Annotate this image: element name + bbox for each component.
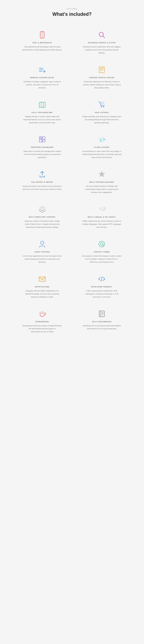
feature-item-claim-listings: CLAIM LISTINGS Let businesses or users c… bbox=[72, 130, 132, 164]
feature-name-claim-listings: CLAIM LISTINGS bbox=[94, 146, 110, 148]
editor-icon bbox=[97, 65, 106, 74]
feature-item-multi-lingual: Aあ MULTI-LINGUAL & RTL READY WPML suppor… bbox=[72, 199, 132, 234]
feature-item-advanced-search: ADVANCED SEARCH & FILTER Enhanced search… bbox=[72, 25, 132, 60]
feature-item-notifications: NOTIFICATIONS Integrates with the Better… bbox=[12, 269, 72, 304]
feature-name-paid-listings: PAID LISTINGS bbox=[95, 112, 109, 113]
book-icon bbox=[97, 309, 106, 318]
feature-name-advanced-search: ADVANCED SEARCH & FILTER bbox=[88, 42, 116, 44]
feature-item-experienced: EXPERIENCED Development led by the autho… bbox=[12, 304, 72, 339]
svg-rect-40 bbox=[99, 311, 104, 317]
feature-desc-guest-posting: Let not only registered users but also g… bbox=[22, 254, 62, 264]
feature-name-csv-export-import: CSV EXPORT & IMPORT bbox=[31, 181, 53, 183]
svg-text:Aあ: Aあ bbox=[99, 206, 106, 211]
svg-point-19 bbox=[103, 106, 104, 107]
feature-desc-fully-documented: Directories Pro is well documneted with … bbox=[82, 324, 122, 330]
user-icon bbox=[38, 240, 47, 249]
at-icon bbox=[97, 240, 106, 249]
map-icon bbox=[38, 100, 47, 109]
upload-icon bbox=[38, 170, 47, 179]
feature-name-fully-featured-map: FULLY FEATURED MAP bbox=[32, 112, 53, 113]
feature-desc-multi-criteria-reviews: Let users submit reviews for listings wi… bbox=[82, 185, 122, 194]
graduation-icon bbox=[38, 309, 47, 318]
svg-line-5 bbox=[103, 36, 105, 38]
svg-rect-32 bbox=[39, 277, 45, 281]
svg-point-18 bbox=[101, 106, 102, 107]
phone-icon bbox=[38, 30, 47, 40]
feature-desc-contact-forms: Use popular contact form plugins to add … bbox=[82, 254, 122, 264]
feature-name-contact-forms: CONTACT FORMS bbox=[94, 251, 110, 253]
svg-rect-1 bbox=[41, 32, 43, 36]
feature-item-fast-responsive: FAST & RESPONSIVE Fully optimized and le… bbox=[12, 25, 72, 60]
feature-desc-advanced-search: Enhanced search experience with auto-sug… bbox=[82, 45, 122, 54]
feature-desc-multi-directory-support: Build any number of directories with a s… bbox=[22, 220, 62, 229]
feature-desc-fast-responsive: Fully optimized and leveraging cache for… bbox=[22, 45, 62, 52]
svg-rect-22 bbox=[42, 137, 45, 139]
feature-name-guest-posting: GUEST POSTING bbox=[34, 251, 50, 253]
page-wrapper: FEATURES What's included? FAST & RESPONS… bbox=[0, 0, 144, 349]
feature-name-fast-responsive: FAST & RESPONSIVE bbox=[32, 42, 52, 44]
feature-name-experienced: EXPERIENCED bbox=[36, 321, 49, 322]
layers-icon bbox=[38, 204, 47, 214]
translate-icon: Aあ bbox=[97, 204, 106, 214]
feature-item-csv-export-import: CSV EXPORT & IMPORT Export and import an… bbox=[12, 164, 72, 199]
cart-icon bbox=[97, 100, 106, 109]
feature-item-fully-featured-map: FULLY FEATURED MAP Display listings on c… bbox=[12, 95, 72, 130]
feature-name-frontend-dashboard: FRONTEND DASHBOARD bbox=[31, 146, 54, 148]
feature-desc-developer-friendly: Fully componentized architecture, PHP na… bbox=[82, 290, 122, 298]
feature-item-developer-friendly: DEVELOPER FRIENDLY Fully componentized a… bbox=[72, 269, 132, 304]
feature-name-manage-custom-fields: MANAGE CUSTOM FIELDS bbox=[30, 77, 54, 78]
feature-item-contact-forms: CONTACT FORMS Use popular contact form p… bbox=[72, 234, 132, 269]
svg-rect-15 bbox=[99, 67, 104, 68]
section-title: What's included? bbox=[3, 12, 141, 17]
svg-line-33 bbox=[102, 276, 102, 281]
feature-item-guest-posting: GUEST POSTING Let not only registered us… bbox=[12, 234, 72, 269]
feature-desc-content-display-editor: Customize appearance of directory conten… bbox=[82, 80, 122, 90]
feature-name-multi-directory-support: MULTI-DIRECTORY SUPPORT bbox=[29, 216, 56, 218]
feature-desc-notifications: Integrates with the Better Notifications… bbox=[22, 290, 62, 298]
feature-desc-experienced: Development led by the author of Sabai D… bbox=[22, 324, 62, 334]
feature-item-multi-directory-support: MULTI-DIRECTORY SUPPORT Build any number… bbox=[12, 199, 72, 234]
feature-name-developer-friendly: DEVELOPER FRIENDLY bbox=[91, 286, 113, 288]
feature-desc-manage-custom-fields: Add fields to listings, categories, tags… bbox=[22, 80, 62, 90]
feature-desc-claim-listings: Let businesses or users claim their own … bbox=[82, 150, 122, 159]
code-icon bbox=[97, 274, 106, 284]
svg-rect-20 bbox=[39, 137, 42, 139]
svg-point-2 bbox=[42, 37, 43, 38]
envelope-icon bbox=[38, 274, 47, 284]
feature-desc-csv-export-import: Export and import any content of your di… bbox=[22, 185, 62, 191]
feature-item-fully-documented: FULLY DOCUMENTED Directories Pro is well… bbox=[72, 304, 132, 339]
search-icon bbox=[97, 30, 106, 40]
svg-rect-23 bbox=[42, 140, 45, 142]
feature-item-manage-custom-fields: MANAGE CUSTOM FIELDS Add fields to listi… bbox=[12, 60, 72, 95]
feature-item-paid-listings: PAID LISTINGS Easilly menetize your dire… bbox=[72, 95, 132, 130]
svg-rect-3 bbox=[41, 32, 43, 32]
feature-item-frontend-dashboard: FRONTEND DASHBOARD Allow users to submit… bbox=[12, 130, 72, 164]
feature-name-fully-documented: FULLY DOCUMENTED bbox=[92, 321, 112, 322]
svg-point-29 bbox=[99, 241, 105, 247]
feature-name-multi-criteria-reviews: MULTI-CRITERIA REVIEWS bbox=[90, 181, 114, 183]
features-grid: FAST & RESPONSIVE Fully optimized and le… bbox=[12, 25, 132, 339]
feature-desc-multi-lingual: WPML support lets you serve directory co… bbox=[82, 220, 122, 229]
feature-desc-paid-listings: Easilly menetize your directory by charg… bbox=[82, 115, 122, 124]
svg-point-30 bbox=[101, 243, 103, 246]
star-icon bbox=[97, 170, 106, 179]
megaphone-icon bbox=[97, 135, 106, 144]
list-plus-icon bbox=[38, 65, 47, 74]
svg-point-28 bbox=[41, 241, 44, 244]
section-label: FEATURES bbox=[3, 8, 141, 10]
feature-item-multi-criteria-reviews: MULTI-CRITERIA REVIEWS Let users submit … bbox=[72, 164, 132, 199]
feature-name-content-display-editor: CONTENT DISPLAY EDITOR bbox=[89, 77, 114, 78]
feature-desc-fully-featured-map: Display listings on custom styled maps w… bbox=[22, 115, 62, 124]
feature-name-notifications: NOTIFICATIONS bbox=[35, 286, 50, 288]
feature-item-content-display-editor: CONTENT DISPLAY EDITOR Customize appeara… bbox=[72, 60, 132, 95]
feature-name-multi-lingual: MULTI-LINGUAL & RTL READY bbox=[88, 216, 116, 218]
dashboard-icon bbox=[38, 135, 47, 144]
svg-rect-21 bbox=[39, 140, 42, 142]
feature-desc-frontend-dashboard: Allow users to submit and manage their c… bbox=[22, 150, 62, 159]
